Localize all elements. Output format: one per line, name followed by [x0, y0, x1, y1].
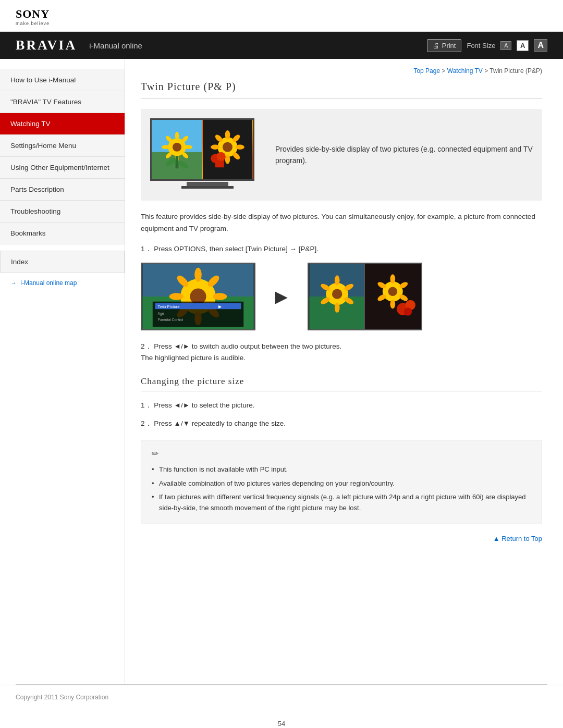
- svg-point-36: [213, 293, 227, 301]
- tv-left-half: [152, 120, 202, 179]
- main-container: How to Use i-Manual "BRAVIA" TV Features…: [0, 59, 563, 684]
- tv-stand: [187, 182, 228, 186]
- bravia-text: BRAVIA: [16, 38, 77, 53]
- step-1: 1． Press OPTIONS, then select [Twin Pict…: [141, 243, 542, 255]
- note-icon: ✏: [152, 449, 531, 459]
- diagram-before-svg: Twin Picture ▶ Age Parental Control: [142, 264, 254, 329]
- sony-logo-section: SONY make.believe: [0, 0, 563, 32]
- body-text: This feature provides side-by-side displ…: [141, 211, 542, 235]
- top-bar: BRAVIA i-Manual online 🖨 Print Font Size…: [0, 32, 563, 59]
- step2-symbol: ◄/►: [174, 342, 190, 350]
- sidebar-item-settings[interactable]: Settings/Home Menu: [0, 135, 125, 157]
- step4-prefix: 2． Press: [141, 419, 174, 427]
- diagram: Twin Picture ▶ Age Parental Control ►: [141, 263, 542, 330]
- breadcrumb-sep2: >: [484, 67, 489, 75]
- sidebar-item-how-to-use[interactable]: How to Use i-Manual: [0, 69, 125, 91]
- note-item-3: If two pictures with different vertical …: [152, 490, 531, 515]
- return-top-arrow: ▲: [493, 535, 501, 542]
- diagram-after: [308, 263, 422, 330]
- sidebar-index[interactable]: Index: [0, 251, 125, 273]
- note-box: ✏ This function is not available with PC…: [141, 440, 542, 524]
- font-small-button[interactable]: A: [500, 41, 511, 50]
- sidebar-map-link[interactable]: → i-Manual online map: [0, 273, 125, 293]
- sunflower-left-svg: [152, 120, 202, 179]
- svg-point-3: [173, 143, 181, 152]
- intro-box: Provides side-by-side display of two pic…: [141, 109, 542, 201]
- svg-point-68: [390, 300, 395, 309]
- arrow-icon: →: [10, 279, 17, 287]
- svg-text:Age: Age: [157, 312, 164, 316]
- font-medium-button[interactable]: A: [517, 40, 529, 51]
- sidebar-item-bravia-tv[interactable]: "BRAVIA" TV Features: [0, 91, 125, 113]
- step-2: 2． Press ◄/► to switch audio output betw…: [141, 341, 542, 363]
- copyright: Copyright 2011 Sony Corporation: [16, 694, 108, 701]
- breadcrumb-watching-tv[interactable]: Watching TV: [447, 67, 483, 75]
- font-size-label: Font Size: [467, 42, 495, 50]
- svg-point-64: [388, 287, 397, 296]
- svg-text:Twin Picture: Twin Picture: [157, 305, 179, 310]
- page-number: 54: [0, 720, 563, 727]
- breadcrumb-current: Twin Picture (P&P): [489, 67, 542, 75]
- svg-text:▶: ▶: [218, 305, 222, 310]
- sidebar-item-parts[interactable]: Parts Description: [0, 179, 125, 201]
- imanual-text: i-Manual online: [89, 41, 142, 50]
- step2-num: 2． Press: [141, 342, 174, 350]
- intro-desc: Provides side-by-side display of two pic…: [275, 143, 533, 167]
- diagram-after-svg: [309, 264, 421, 329]
- sidebar-item-using-other[interactable]: Using Other Equipment/Internet: [0, 157, 125, 179]
- svg-point-17: [223, 142, 232, 152]
- step3-prefix: 1． Press: [141, 401, 174, 409]
- svg-point-10: [162, 145, 169, 149]
- svg-point-73: [403, 308, 412, 316]
- sidebar-item-watching-tv[interactable]: Watching TV: [0, 113, 125, 135]
- tv-image: [150, 118, 265, 191]
- footer: Copyright 2011 Sony Corporation: [0, 685, 563, 709]
- svg-point-22: [225, 155, 230, 164]
- page-title: Twin Picture (P& P): [141, 81, 542, 98]
- svg-point-40: [169, 293, 183, 301]
- sunflower-right-svg: [202, 120, 253, 179]
- diagram-arrow: ►: [271, 285, 292, 309]
- step4-suffix: repeatedly to change the size.: [190, 419, 286, 427]
- svg-point-18: [225, 130, 230, 139]
- svg-point-6: [185, 145, 192, 149]
- svg-point-24: [211, 145, 219, 150]
- svg-point-54: [332, 289, 342, 299]
- note-item-1: This function is not available with PC i…: [152, 463, 531, 477]
- step-3: 1． Press ◄/► to select the picture.: [141, 400, 542, 411]
- tv-base: [181, 186, 234, 189]
- svg-point-20: [236, 145, 244, 150]
- print-label: Print: [442, 42, 456, 50]
- content-area: Top Page > Watching TV > Twin Picture (P…: [125, 59, 563, 684]
- svg-text:Parental Control: Parental Control: [157, 318, 183, 322]
- svg-point-58: [334, 303, 339, 313]
- print-button[interactable]: 🖨 Print: [427, 39, 462, 52]
- section2-title: Changing the picture size: [141, 376, 542, 391]
- svg-point-4: [175, 132, 179, 140]
- sony-logo: SONY: [16, 7, 547, 21]
- breadcrumb-top-page[interactable]: Top Page: [413, 67, 440, 75]
- note-item-2: Available combination of two pictures va…: [152, 477, 531, 491]
- tv-screen: [150, 118, 254, 181]
- diagram-before: Twin Picture ▶ Age Parental Control: [141, 263, 255, 330]
- svg-point-34: [194, 268, 202, 282]
- sony-tagline: make.believe: [16, 21, 547, 26]
- step3-suffix: to select the picture.: [190, 401, 255, 409]
- header-controls: 🖨 Print Font Size A A A: [427, 39, 547, 52]
- bravia-logo: BRAVIA i-Manual online: [16, 38, 142, 53]
- sidebar-item-bookmarks[interactable]: Bookmarks: [0, 223, 125, 244]
- step3-symbol: ◄/►: [174, 401, 190, 409]
- note-list: This function is not available with PC i…: [152, 463, 531, 515]
- step4-symbol: ▲/▼: [174, 419, 190, 427]
- sidebar-map-label: i-Manual online map: [20, 279, 77, 287]
- breadcrumb-sep1: >: [442, 67, 447, 75]
- return-to-top[interactable]: ▲ Return to Top: [141, 535, 542, 542]
- sidebar-item-troubleshooting[interactable]: Troubleshooting: [0, 201, 125, 223]
- font-large-button[interactable]: A: [534, 39, 547, 52]
- svg-point-55: [334, 276, 339, 286]
- breadcrumb: Top Page > Watching TV > Twin Picture (P…: [141, 67, 542, 75]
- svg-point-65: [390, 275, 395, 283]
- return-top-link[interactable]: ▲ Return to Top: [493, 535, 542, 542]
- svg-rect-61: [364, 264, 365, 329]
- step2-suffix: to switch audio output between the two p…: [190, 342, 341, 350]
